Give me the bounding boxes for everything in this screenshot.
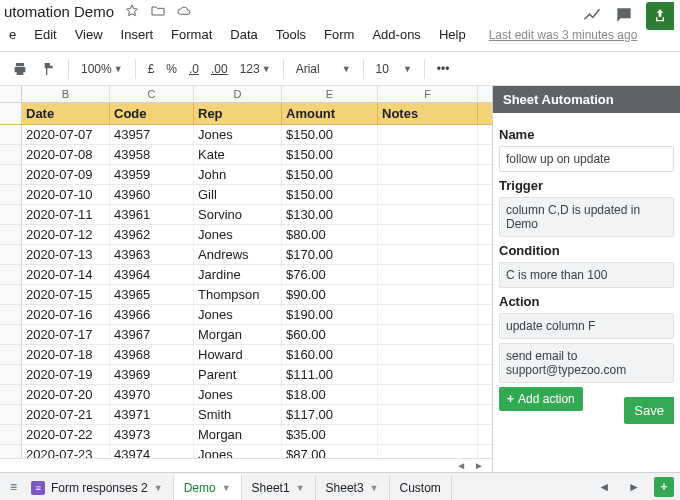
cell[interactable]: Morgan [194, 425, 282, 444]
menu-data[interactable]: Data [226, 24, 261, 45]
currency-button[interactable]: £ [143, 58, 160, 80]
cell[interactable] [378, 145, 478, 164]
cell[interactable]: 2020-07-17 [22, 325, 110, 344]
header-cell[interactable]: Notes [378, 103, 478, 124]
cell[interactable]: John [194, 165, 282, 184]
cell[interactable]: Smith [194, 405, 282, 424]
row-number[interactable] [0, 385, 22, 404]
col-header[interactable]: D [194, 86, 282, 102]
tab-demo[interactable]: Demo▼ [174, 474, 242, 500]
cell[interactable] [378, 445, 478, 458]
name-input[interactable]: follow up on update [499, 146, 674, 172]
tab-sheet3[interactable]: Sheet3▼ [316, 476, 390, 500]
cell[interactable]: Sorvino [194, 205, 282, 224]
cell[interactable]: $160.00 [282, 345, 378, 364]
tab-custom[interactable]: Custom [390, 476, 452, 500]
col-header[interactable]: F [378, 86, 478, 102]
cell[interactable]: 2020-07-13 [22, 245, 110, 264]
cell[interactable]: $117.00 [282, 405, 378, 424]
cell[interactable]: Jones [194, 305, 282, 324]
chevron-down-icon[interactable]: ▼ [370, 483, 379, 493]
row-number[interactable] [0, 305, 22, 324]
cell[interactable] [378, 305, 478, 324]
table-row[interactable]: 2020-07-1643966Jones$190.00 [0, 305, 492, 325]
cell[interactable]: 2020-07-22 [22, 425, 110, 444]
tab-form-responses[interactable]: ≡Form responses 2▼ [21, 476, 174, 500]
cell[interactable] [378, 245, 478, 264]
cell[interactable]: 2020-07-15 [22, 285, 110, 304]
row-number[interactable] [0, 325, 22, 344]
cell[interactable]: $150.00 [282, 125, 378, 144]
cell[interactable]: $170.00 [282, 245, 378, 264]
cell[interactable]: 43961 [110, 205, 194, 224]
cell[interactable]: $87.00 [282, 445, 378, 458]
cell[interactable] [378, 225, 478, 244]
cell[interactable]: 2020-07-12 [22, 225, 110, 244]
cell[interactable]: 2020-07-08 [22, 145, 110, 164]
cell[interactable]: 43971 [110, 405, 194, 424]
tab-scroll-right-icon[interactable]: ► [624, 476, 644, 498]
cell[interactable]: Jones [194, 445, 282, 458]
header-cell[interactable]: Date [22, 103, 110, 124]
table-row[interactable]: 2020-07-2343974Jones$87.00 [0, 445, 492, 458]
tab-scroll-left-icon[interactable]: ◄ [594, 476, 614, 498]
table-row[interactable]: 2020-07-1143961Sorvino$130.00 [0, 205, 492, 225]
cell[interactable]: Jones [194, 225, 282, 244]
comment-icon[interactable] [614, 5, 634, 28]
trigger-selector[interactable]: column C,D is updated in Demo [499, 197, 674, 237]
scroll-right-icon[interactable]: ► [474, 460, 484, 471]
row-number[interactable] [0, 405, 22, 424]
cell[interactable]: 2020-07-23 [22, 445, 110, 458]
cell[interactable] [378, 405, 478, 424]
cell[interactable]: $18.00 [282, 385, 378, 404]
font-dropdown[interactable]: Arial▼ [291, 58, 356, 80]
table-row[interactable]: 2020-07-1343963Andrews$170.00 [0, 245, 492, 265]
cell[interactable]: 2020-07-20 [22, 385, 110, 404]
condition-selector[interactable]: C is more than 100 [499, 262, 674, 288]
cell[interactable]: 2020-07-11 [22, 205, 110, 224]
toolbar-more-button[interactable]: ••• [432, 58, 455, 80]
scroll-left-icon[interactable]: ◄ [456, 460, 466, 471]
table-row[interactable]: 2020-07-1743967Morgan$60.00 [0, 325, 492, 345]
table-row[interactable]: 2020-07-1843968Howard$160.00 [0, 345, 492, 365]
cell[interactable] [378, 165, 478, 184]
col-header[interactable]: C [110, 86, 194, 102]
cell[interactable]: $190.00 [282, 305, 378, 324]
row-number[interactable] [0, 103, 22, 124]
cell[interactable]: 43965 [110, 285, 194, 304]
cell[interactable]: Andrews [194, 245, 282, 264]
cell[interactable] [378, 265, 478, 284]
action-row[interactable]: send email to support@typezoo.com [499, 343, 674, 383]
number-format-dropdown[interactable]: 123▼ [235, 58, 276, 80]
col-header[interactable]: B [22, 86, 110, 102]
cell[interactable] [378, 365, 478, 384]
cell[interactable] [378, 285, 478, 304]
row-number[interactable] [0, 165, 22, 184]
chevron-down-icon[interactable]: ▼ [222, 483, 231, 493]
star-icon[interactable] [124, 3, 140, 19]
cell[interactable]: 2020-07-14 [22, 265, 110, 284]
menu-help[interactable]: Help [435, 24, 470, 45]
table-row[interactable]: 2020-07-2143971Smith$117.00 [0, 405, 492, 425]
cell[interactable]: 43969 [110, 365, 194, 384]
action-row[interactable]: update column F [499, 313, 674, 339]
cell[interactable]: 43960 [110, 185, 194, 204]
font-size-dropdown[interactable]: 10▼ [371, 58, 417, 80]
row-number[interactable] [0, 345, 22, 364]
row-number[interactable] [0, 185, 22, 204]
table-row[interactable]: 2020-07-1543965Thompson$90.00 [0, 285, 492, 305]
cell[interactable]: 43957 [110, 125, 194, 144]
cell[interactable] [378, 425, 478, 444]
cell[interactable]: 43968 [110, 345, 194, 364]
cell[interactable]: 2020-07-16 [22, 305, 110, 324]
cell[interactable]: $130.00 [282, 205, 378, 224]
cell[interactable]: Jones [194, 385, 282, 404]
cell[interactable]: 43959 [110, 165, 194, 184]
cell[interactable]: Thompson [194, 285, 282, 304]
menu-insert[interactable]: Insert [117, 24, 158, 45]
cell[interactable] [378, 345, 478, 364]
add-sheet-button[interactable]: + [654, 477, 674, 497]
spreadsheet-grid[interactable]: B C D E F Date Code Rep Amount Notes 202… [0, 86, 492, 472]
menu-format[interactable]: Format [167, 24, 216, 45]
cell[interactable]: $35.00 [282, 425, 378, 444]
